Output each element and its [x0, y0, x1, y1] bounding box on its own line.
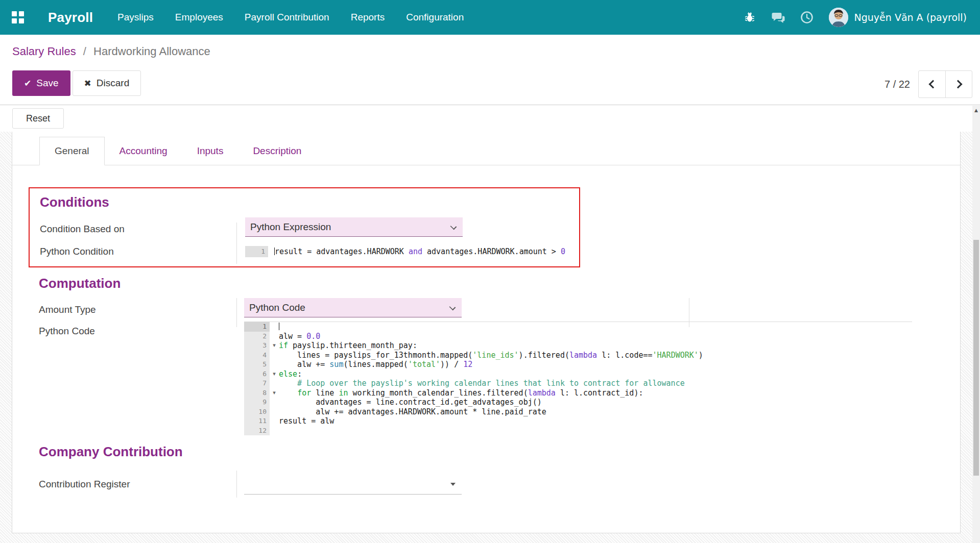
- group-divider: [236, 471, 237, 498]
- code-line[interactable]: 2alw = 0.0: [244, 332, 912, 341]
- apps-menu-button[interactable]: [0, 0, 36, 35]
- save-button[interactable]: ✔ Save: [12, 70, 70, 96]
- nav-item-reports[interactable]: Reports: [351, 12, 385, 23]
- company-contribution-section-title: Company Contribution: [39, 444, 183, 460]
- python-code-label: Python Code: [39, 326, 95, 337]
- code-text: if payslip.thirteen_month_pay:: [279, 341, 912, 351]
- fold-gutter: [268, 246, 274, 257]
- x-icon: ✖: [84, 78, 91, 88]
- python-code-editor[interactable]: 12alw = 0.03▾if payslip.thirteen_month_p…: [244, 322, 912, 435]
- chevron-right-icon: [953, 80, 962, 89]
- reset-button[interactable]: Reset: [12, 108, 64, 129]
- fold-arrow-icon[interactable]: ▾: [270, 388, 279, 398]
- code-text: result = alw: [279, 416, 912, 426]
- scroll-up-arrow-icon[interactable]: ▲: [972, 106, 980, 114]
- code-text: # Loop over the payslip's working calend…: [279, 379, 912, 388]
- line-number: 4: [244, 351, 270, 360]
- chevron-left-icon: [929, 80, 938, 89]
- group-divider: [236, 298, 237, 327]
- code-text: [279, 426, 912, 436]
- text-cursor: [279, 323, 279, 330]
- contribution-register-field[interactable]: [244, 474, 462, 495]
- line-number: 12: [244, 426, 270, 436]
- tab-inputs[interactable]: Inputs: [182, 137, 238, 165]
- form-statusbar: Reset: [0, 105, 980, 132]
- code-text: for line in working_month_calendar_lines…: [279, 388, 912, 398]
- line-number: 10: [244, 407, 270, 417]
- chat-icon[interactable]: [772, 11, 785, 24]
- code-text: alw = 0.0: [279, 332, 912, 341]
- user-menu[interactable]: Nguyễn Văn A (payroll): [829, 8, 967, 27]
- app-brand[interactable]: Payroll: [48, 10, 93, 26]
- fold-gutter: [270, 398, 279, 407]
- fold-gutter: [270, 416, 279, 426]
- fold-gutter: [270, 322, 279, 332]
- breadcrumb-parent-link[interactable]: Salary Rules: [12, 45, 76, 58]
- form-sheet: GeneralAccountingInputsDescription Condi…: [12, 132, 961, 533]
- code-line[interactable]: 10 alw += advantages.HARDWORK.amount * l…: [244, 407, 912, 417]
- pager-next-button[interactable]: [945, 71, 972, 97]
- fold-gutter: [270, 332, 279, 341]
- computation-section-title: Computation: [39, 276, 121, 291]
- nav-item-employees[interactable]: Employees: [175, 12, 223, 23]
- code-text: alw += advantages.HARDWORK.amount * line…: [279, 407, 912, 417]
- code-line[interactable]: 4 lines = payslips_for_13thmonth.mapped(…: [244, 351, 912, 360]
- fold-gutter: [270, 379, 279, 388]
- group-divider: [236, 223, 237, 264]
- pager-count: 7 / 22: [885, 79, 910, 90]
- code-line[interactable]: 3▾if payslip.thirteen_month_pay:: [244, 341, 912, 351]
- vertical-scrollbar[interactable]: ▲: [972, 106, 980, 543]
- discard-button[interactable]: ✖ Discard: [73, 70, 141, 96]
- amount-type-select[interactable]: Python Code: [244, 298, 462, 317]
- code-line[interactable]: 1: [244, 322, 912, 332]
- fold-arrow-icon[interactable]: ▾: [270, 341, 279, 351]
- condition-based-on-select[interactable]: Python Expression: [245, 217, 463, 237]
- tab-general[interactable]: General: [39, 137, 105, 165]
- code-line[interactable]: 1result = advantages.HARDWORK and advant…: [245, 246, 569, 257]
- fold-gutter: [270, 407, 279, 417]
- scrollbar-thumb[interactable]: [973, 240, 979, 476]
- form-view-area: GeneralAccountingInputsDescription Condi…: [0, 132, 980, 543]
- code-line[interactable]: 5 alw += sum(lines.mapped('total')) / 12: [244, 360, 912, 369]
- chevron-down-icon: [449, 304, 456, 311]
- apps-grid-icon: [12, 11, 24, 23]
- check-icon: ✔: [24, 78, 31, 88]
- code-line[interactable]: 9 advantages = line.contract_id.get_adva…: [244, 398, 912, 407]
- conditions-section-title: Conditions: [40, 194, 569, 210]
- nav-menu: PayslipsEmployeesPayroll ContributionRep…: [117, 12, 464, 23]
- clock-icon[interactable]: [800, 11, 814, 24]
- line-number: 7: [244, 379, 270, 388]
- code-text: lines = payslips_for_13thmonth.mapped('l…: [279, 351, 912, 360]
- code-line[interactable]: 11result = alw: [244, 416, 912, 426]
- tab-accounting[interactable]: Accounting: [105, 137, 182, 165]
- code-text: else:: [279, 369, 912, 379]
- code-line[interactable]: 7 # Loop over the payslip's working cale…: [244, 379, 912, 388]
- line-number: 11: [244, 416, 270, 426]
- bug-icon[interactable]: [743, 11, 756, 24]
- nav-item-configuration[interactable]: Configuration: [406, 12, 464, 23]
- chevron-down-icon: [450, 224, 457, 230]
- user-name: Nguyễn Văn A (payroll): [854, 12, 967, 23]
- conditions-highlight-box: Conditions Condition Based on Python Exp…: [29, 187, 580, 267]
- breadcrumb-separator: /: [83, 45, 86, 58]
- line-number: 5: [244, 360, 270, 369]
- tab-description[interactable]: Description: [238, 137, 316, 165]
- python-condition-editor[interactable]: 1result = advantages.HARDWORK and advant…: [245, 246, 569, 257]
- nav-item-payroll-contribution[interactable]: Payroll Contribution: [245, 12, 329, 23]
- code-text: advantages = line.contract_id.get_advata…: [279, 398, 912, 407]
- condition-based-on-label: Condition Based on: [40, 217, 237, 241]
- line-number: 8: [244, 388, 270, 398]
- contribution-register-label: Contribution Register: [39, 471, 236, 498]
- code-line[interactable]: 8▾ for line in working_month_calendar_li…: [244, 388, 912, 398]
- fold-arrow-icon[interactable]: ▾: [270, 369, 279, 379]
- pager-previous-button[interactable]: [919, 71, 945, 97]
- pager: 7 / 22: [885, 70, 972, 98]
- line-number: 2: [244, 332, 270, 341]
- dropdown-caret-icon: [450, 483, 456, 486]
- nav-item-payslips[interactable]: Payslips: [117, 12, 154, 23]
- fold-gutter: [270, 351, 279, 360]
- line-number: 1: [244, 322, 270, 332]
- code-line[interactable]: 12: [244, 426, 912, 436]
- code-line[interactable]: 6▾else:: [244, 369, 912, 379]
- line-number: 3: [244, 341, 270, 351]
